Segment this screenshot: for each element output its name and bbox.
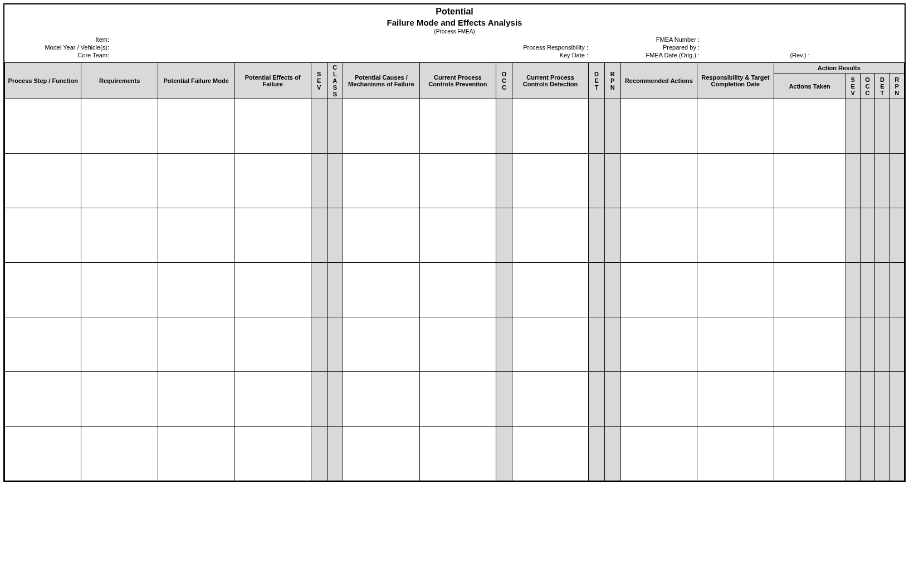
- cell: [774, 154, 846, 208]
- hdr-sev: SEV: [311, 63, 327, 99]
- table-head: Process Step / Function Requirements Pot…: [5, 63, 905, 99]
- meta-resp-label: Process Responsibility :: [109, 43, 588, 51]
- cell: [158, 263, 234, 317]
- meta-key-label: Key Date :: [109, 51, 588, 59]
- cell: [158, 427, 234, 481]
- cell: [875, 263, 890, 317]
- cell: [774, 427, 846, 481]
- cell: [158, 99, 234, 154]
- cell: [604, 208, 620, 263]
- cell: [327, 263, 343, 317]
- meta-num-label: FMEA Number :: [588, 36, 700, 43]
- cell: [620, 154, 697, 208]
- cell: [327, 99, 343, 154]
- cell: [343, 99, 419, 154]
- meta-col3: FMEA Number : Prepared by : FMEA Date (O…: [588, 36, 700, 59]
- cell: [604, 317, 620, 372]
- cell: [5, 317, 81, 372]
- cell: [343, 317, 419, 372]
- cell: [589, 263, 605, 317]
- cell: [512, 372, 588, 427]
- cell: [860, 154, 874, 208]
- cell: [604, 99, 620, 154]
- cell: [697, 154, 774, 208]
- cell: [875, 208, 890, 263]
- hdr-rpn2: RPN: [890, 74, 905, 99]
- spacer: [700, 43, 900, 51]
- cell: [311, 372, 327, 427]
- meta-col2: Process Responsibility : Key Date :: [109, 36, 588, 59]
- cell: [846, 372, 860, 427]
- hdr-rec: Recommended Actions: [620, 63, 697, 99]
- cell: [774, 317, 846, 372]
- cell: [234, 427, 311, 481]
- cell: [890, 263, 905, 317]
- cell: [890, 154, 905, 208]
- cell: [589, 427, 605, 481]
- cell: [158, 317, 234, 372]
- cell: [620, 208, 697, 263]
- hdr-det: DET: [589, 63, 605, 99]
- cell: [846, 427, 860, 481]
- spacer: [700, 36, 900, 43]
- cell: [496, 263, 512, 317]
- meta-prep-label: Prepared by :: [588, 43, 700, 51]
- cell: [496, 317, 512, 372]
- cell: [343, 427, 419, 481]
- meta-rev-label: (Rev.) :: [700, 51, 900, 59]
- table-row: [5, 263, 905, 317]
- table-row: [5, 372, 905, 427]
- cell: [327, 154, 343, 208]
- title-line2: Failure Mode and Effects Analysis: [4, 18, 905, 27]
- cell: [81, 154, 158, 208]
- cell: [860, 372, 874, 427]
- cell: [697, 427, 774, 481]
- table-row: [5, 154, 905, 208]
- hdr-pfm: Potential Failure Mode: [158, 63, 234, 99]
- cell: [343, 263, 419, 317]
- cell: [419, 99, 496, 154]
- cell: [343, 154, 419, 208]
- cell: [604, 154, 620, 208]
- table-body: [5, 99, 905, 481]
- cell: [589, 317, 605, 372]
- cell: [5, 263, 81, 317]
- cell: [774, 208, 846, 263]
- cell: [875, 427, 890, 481]
- cell: [875, 317, 890, 372]
- hdr-pef: Potential Effects of Failure: [234, 63, 311, 99]
- cell: [860, 99, 874, 154]
- cell: [512, 99, 588, 154]
- cell: [589, 154, 605, 208]
- table-row: [5, 208, 905, 263]
- cell: [419, 263, 496, 317]
- cell: [5, 154, 81, 208]
- table-row: [5, 99, 905, 154]
- cell: [327, 427, 343, 481]
- hdr-actions-taken: Actions Taken: [774, 74, 846, 99]
- cell: [234, 154, 311, 208]
- cell: [875, 372, 890, 427]
- cell: [890, 427, 905, 481]
- cell: [234, 208, 311, 263]
- cell: [604, 263, 620, 317]
- cell: [5, 372, 81, 427]
- hdr-det2: DET: [875, 74, 890, 99]
- cell: [774, 99, 846, 154]
- cell: [234, 317, 311, 372]
- cell: [846, 99, 860, 154]
- table-row: [5, 317, 905, 372]
- cell: [234, 263, 311, 317]
- cell: [512, 263, 588, 317]
- cell: [311, 317, 327, 372]
- cell: [5, 208, 81, 263]
- cell: [890, 99, 905, 154]
- hdr-detection: Current Process Controls Detection: [512, 63, 588, 99]
- fmea-table: Process Step / Function Requirements Pot…: [4, 62, 905, 481]
- cell: [81, 263, 158, 317]
- cell: [311, 208, 327, 263]
- hdr-process-step: Process Step / Function: [5, 63, 81, 99]
- hdr-sev2: SEV: [846, 74, 860, 99]
- cell: [620, 263, 697, 317]
- hdr-rpn: RPN: [604, 63, 620, 99]
